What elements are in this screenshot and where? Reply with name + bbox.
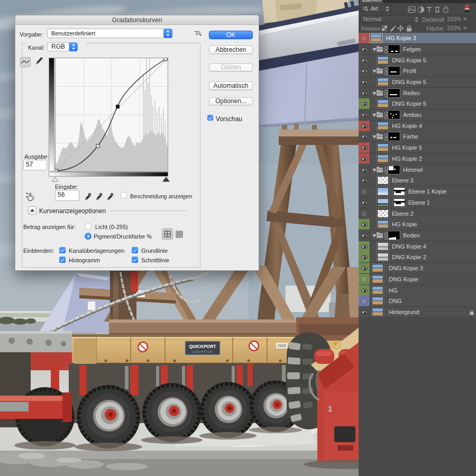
svg-text:E639: E639 bbox=[278, 344, 286, 347]
svg-text:1: 1 bbox=[328, 404, 332, 413]
svg-text:QUICKPORT: QUICKPORT bbox=[189, 344, 217, 349]
svg-text:LOGISTICS: LOGISTICS bbox=[193, 351, 213, 353]
